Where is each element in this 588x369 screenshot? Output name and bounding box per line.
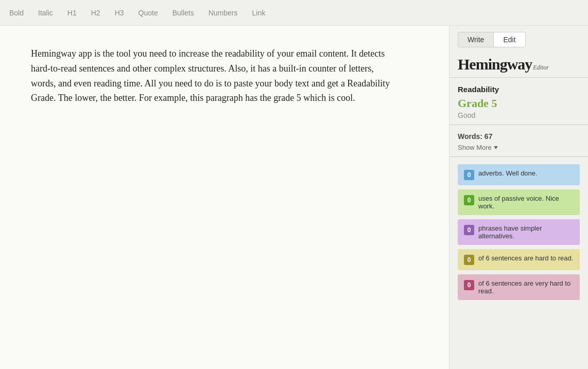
stat-badge-simpler: 0 [464, 225, 474, 235]
link-button[interactable]: Link [251, 7, 267, 19]
stat-badge-hard-read: 0 [464, 255, 474, 265]
stat-text-simpler: phrases have simpler alternatives. [478, 224, 574, 240]
stat-card-simpler: 0phrases have simpler alternatives. [458, 219, 580, 245]
h2-button[interactable]: H2 [90, 7, 101, 19]
main-layout: Hemingway app is the tool you need to in… [0, 26, 588, 369]
grade-value: Grade 5 [458, 97, 580, 110]
logo-title: Hemingway [458, 56, 532, 73]
bullets-button[interactable]: Bullets [171, 7, 195, 19]
stat-card-passive: 0uses of passive voice. Nice work. [458, 189, 580, 215]
stat-text-very-hard-read: of 6 sentences are very hard to read. [478, 279, 574, 295]
editor-area[interactable]: Hemingway app is the tool you need to in… [0, 26, 449, 369]
chevron-down-icon [494, 146, 498, 149]
words-label: Words: [458, 132, 482, 140]
stat-card-hard-read: 0of 6 sentences are hard to read. [458, 249, 580, 270]
logo-subtitle: Editor [533, 64, 549, 71]
stat-card-adverbs: 0adverbs. Well done. [458, 164, 580, 185]
h1-button[interactable]: H1 [66, 7, 78, 19]
stat-badge-very-hard-read: 0 [464, 280, 474, 290]
words-count: Words: 67 [458, 132, 580, 140]
stat-text-adverbs: adverbs. Well done. [478, 169, 538, 177]
sidebar: Write Edit HemingwayEditor Readability G… [449, 26, 588, 369]
readability-section: Readability Grade 5 Good [449, 78, 588, 125]
stat-card-very-hard-read: 0of 6 sentences are very hard to read. [458, 274, 580, 300]
grade-description: Good [458, 111, 580, 119]
readability-label: Readability [458, 85, 580, 94]
editor-content[interactable]: Hemingway app is the tool you need to in… [31, 46, 391, 106]
show-more-label: Show More [458, 144, 492, 151]
logo-area: HemingwayEditor [449, 47, 588, 78]
stat-text-passive: uses of passive voice. Nice work. [478, 195, 574, 210]
stat-badge-passive: 0 [464, 195, 474, 205]
stats-cards: 0adverbs. Well done.0uses of passive voi… [449, 157, 588, 307]
quote-button[interactable]: Quote [137, 7, 159, 19]
numbers-button[interactable]: Numbers [207, 7, 239, 19]
bold-button[interactable]: Bold [8, 7, 25, 19]
write-tab[interactable]: Write [458, 32, 494, 47]
toolbar: Bold Italic H1 H2 H3 Quote Bullets Numbe… [0, 0, 588, 26]
show-more-button[interactable]: Show More [458, 144, 498, 151]
stat-text-hard-read: of 6 sentences are hard to read. [478, 254, 573, 262]
words-section: Words: 67 Show More [449, 125, 588, 157]
italic-button[interactable]: Italic [37, 7, 54, 19]
edit-tab[interactable]: Edit [494, 32, 525, 47]
stat-badge-adverbs: 0 [464, 170, 474, 180]
words-value: 67 [485, 132, 493, 140]
h3-button[interactable]: H3 [114, 7, 125, 19]
tab-bar: Write Edit [449, 26, 588, 47]
